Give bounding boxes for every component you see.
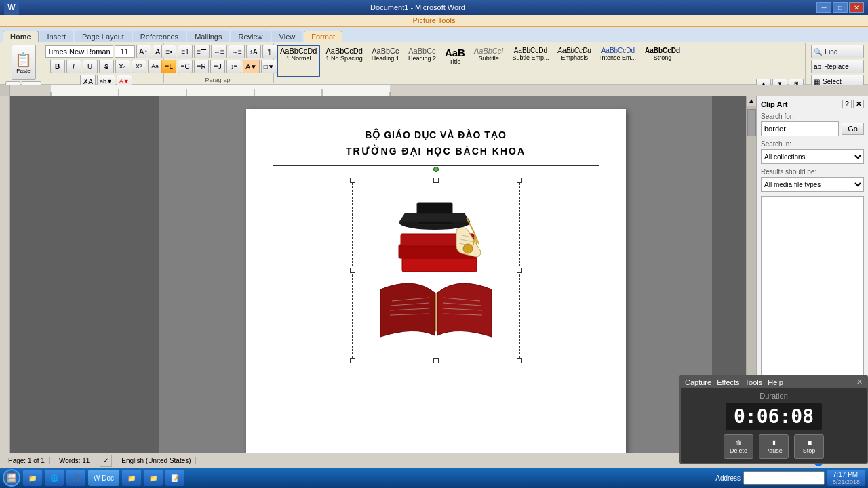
results-area — [761, 196, 864, 386]
align-center-button[interactable]: ≡C — [178, 60, 193, 73]
tab-page-layout[interactable]: Page Layout — [75, 30, 132, 42]
multilevel-button[interactable]: ≡☰ — [194, 45, 210, 58]
style-intense-em[interactable]: AaBbCcDdIntense Em... — [597, 45, 639, 77]
taskbar-ie[interactable]: 🌐 — [45, 470, 64, 486]
align-right-button[interactable]: ≡R — [194, 60, 209, 73]
tab-home[interactable]: Home — [3, 30, 39, 42]
results-dropdown[interactable]: All media file types — [761, 177, 864, 192]
capture-content: Duration 0:06:08 🗑 Delete ⏸ Pause ⏹ Stop — [681, 388, 867, 463]
italic-button[interactable]: I — [66, 60, 81, 73]
taskbar-notepad[interactable]: 📝 — [165, 470, 184, 486]
justify-button[interactable]: ≡J — [210, 60, 225, 73]
delete-button[interactable]: 🗑 Delete — [724, 434, 753, 459]
style-strong[interactable]: AaBbCcDdStrong — [642, 45, 684, 77]
handle-bl[interactable] — [350, 358, 355, 363]
taskbar-folder1[interactable]: 📁 — [122, 470, 141, 486]
capture-minimize-button[interactable]: ─ — [850, 378, 855, 386]
sort-button[interactable]: ↕A — [246, 45, 261, 58]
handle-mr[interactable] — [517, 268, 522, 273]
capture-tab-capture[interactable]: Capture — [685, 378, 711, 386]
svg-line-23 — [392, 298, 429, 301]
numbering-button[interactable]: ≡1 — [178, 45, 193, 58]
style-normal[interactable]: AaBbCcDd1 Normal — [277, 45, 320, 77]
tab-view[interactable]: View — [272, 30, 303, 42]
style-heading2[interactable]: AaBbCcHeading 2 — [405, 45, 439, 77]
duration-time: 0:06:08 — [726, 403, 822, 430]
superscript-button[interactable]: X² — [132, 60, 146, 73]
start-button[interactable]: 🪟 — [3, 469, 20, 487]
capture-tab-effects[interactable]: Effects — [717, 378, 739, 386]
underline-button[interactable]: U — [83, 60, 98, 73]
handle-br[interactable] — [517, 358, 522, 363]
svg-line-28 — [443, 303, 481, 306]
style-subtle-em[interactable]: AaBbCcDdSubtle Emp... — [509, 45, 552, 77]
scroll-thumb[interactable] — [747, 109, 756, 136]
search-in-dropdown[interactable]: All collections — [761, 149, 864, 164]
go-button[interactable]: Go — [842, 123, 864, 135]
pause-button[interactable]: ⏸ Pause — [759, 434, 789, 459]
subscript-button[interactable]: X₂ — [115, 60, 130, 73]
panel-controls: ? ✕ — [842, 100, 864, 108]
strikethrough-button[interactable]: S̶ — [99, 60, 114, 73]
spell-check-icon[interactable]: ✓ — [100, 455, 112, 467]
bullets-button[interactable]: ≡• — [161, 45, 176, 58]
svg-line-13 — [460, 239, 474, 242]
tab-review[interactable]: Review — [231, 30, 270, 42]
title-bar-controls: ─ □ ✕ — [816, 2, 864, 13]
panel-close-button[interactable]: ✕ — [853, 100, 864, 108]
handle-ml[interactable] — [350, 268, 355, 273]
capture-tab-help[interactable]: Help — [768, 378, 783, 386]
grow-font-button[interactable]: A↑ — [136, 45, 151, 58]
change-case-button[interactable]: Aa — [148, 60, 163, 73]
style-title[interactable]: AaBTitle — [441, 45, 469, 77]
handle-bc[interactable] — [433, 358, 439, 363]
line-spacing-button[interactable]: ↕≡ — [226, 60, 241, 73]
decrease-indent-button[interactable]: ←≡ — [211, 45, 227, 58]
paste-button[interactable]: 📋Paste — [12, 45, 36, 80]
handle-tl[interactable] — [350, 178, 355, 183]
find-button[interactable]: 🔍Find — [811, 45, 864, 58]
close-button[interactable]: ✕ — [849, 2, 864, 13]
capture-tab-tools[interactable]: Tools — [745, 378, 763, 386]
handle-tc[interactable] — [433, 178, 439, 183]
taskbar-media[interactable]: 🎵 — [66, 470, 85, 486]
scroll-up-button[interactable]: ▲ — [747, 96, 756, 106]
taskbar: 🪟 📁 🌐 🎵 W Doc 📁 📁 📝 Address 7:17 PM 5/21… — [0, 468, 868, 488]
style-heading1[interactable]: AaBbCcHeading 1 — [368, 45, 403, 77]
bold-button[interactable]: B — [50, 60, 65, 73]
minimize-button[interactable]: ─ — [816, 2, 831, 13]
tab-references[interactable]: References — [133, 30, 186, 42]
search-input[interactable] — [761, 121, 839, 136]
top-ruler — [0, 85, 868, 96]
handle-tr[interactable] — [517, 178, 522, 183]
shading-button[interactable]: A▼ — [243, 60, 260, 73]
increase-indent-button[interactable]: →≡ — [229, 45, 245, 58]
font-size-input[interactable] — [115, 45, 135, 58]
restore-button[interactable]: □ — [833, 2, 848, 13]
style-subtitle[interactable]: AaBbCcISubtitle — [471, 45, 507, 77]
font-name-input[interactable] — [45, 45, 113, 58]
address-bar[interactable] — [743, 471, 825, 485]
rotate-handle[interactable] — [433, 167, 439, 172]
image-frame[interactable] — [352, 180, 520, 361]
tab-mailings[interactable]: Mailings — [187, 30, 229, 42]
taskbar-word[interactable]: W Doc — [88, 470, 119, 486]
taskbar-explorer[interactable]: 📁 — [23, 470, 42, 486]
taskbar-folder2[interactable]: 📁 — [144, 470, 163, 486]
search-in-label: Search in: — [761, 140, 864, 148]
list-row: ≡• ≡1 ≡☰ ←≡ →≡ ↕A ¶ — [161, 45, 277, 58]
style-emphasis[interactable]: AaBbCcDdEmphasis — [554, 45, 594, 77]
tab-format[interactable]: Format — [304, 30, 342, 42]
style-no-spacing[interactable]: AaBbCcDd1 No Spacing — [322, 45, 366, 77]
stop-button[interactable]: ⏹ Stop — [794, 434, 824, 459]
svg-line-30 — [443, 314, 482, 315]
replace-button[interactable]: abReplace — [811, 60, 864, 73]
words-status: Words: 11 — [55, 457, 94, 464]
svg-point-15 — [463, 244, 473, 253]
svg-line-25 — [390, 308, 429, 310]
align-row: ≡L ≡C ≡R ≡J ↕≡ A▼ □▼ — [161, 60, 277, 73]
tab-insert[interactable]: Insert — [40, 30, 74, 42]
align-left-button[interactable]: ≡L — [161, 60, 176, 73]
panel-help-button[interactable]: ? — [842, 100, 852, 108]
capture-close-button[interactable]: ✕ — [856, 378, 863, 386]
